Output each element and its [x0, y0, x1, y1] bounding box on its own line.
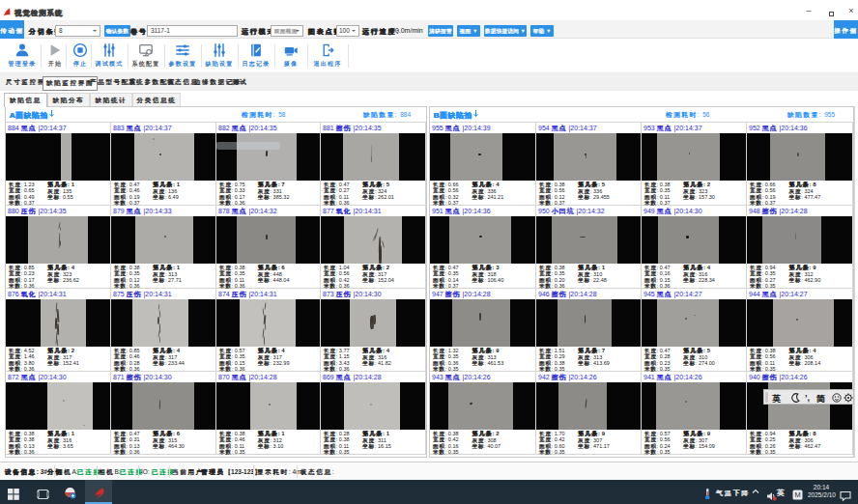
- svg-text:M: M: [794, 490, 800, 499]
